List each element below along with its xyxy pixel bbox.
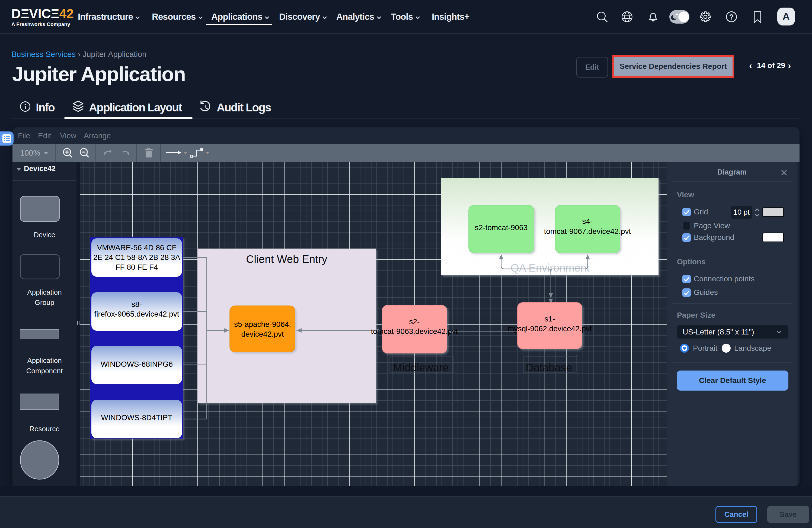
svg-text:VMWARE-56 4D 86 CF: VMWARE-56 4D 86 CF <box>97 243 176 252</box>
svg-text:mysql-9062.device42.pvt: mysql-9062.device42.pvt <box>508 325 592 333</box>
svg-text:device42.pvt: device42.pvt <box>241 330 284 338</box>
svg-text:WINDOWS-8D4TIPT: WINDOWS-8D4TIPT <box>101 413 173 422</box>
svg-text:s4-: s4- <box>582 217 593 226</box>
svg-text:?: ? <box>729 13 734 21</box>
svg-text:tomcat-9067.device42.pvt: tomcat-9067.device42.pvt <box>544 227 631 236</box>
svg-text:2E 24 C1 58-8A 2B 28 3A: 2E 24 C1 58-8A 2B 28 3A <box>93 253 180 261</box>
svg-text:QA Environment: QA Environment <box>510 262 589 274</box>
svg-text:s2-tomcat-9063: s2-tomcat-9063 <box>475 223 528 232</box>
svg-text:WINDOWS-68INPG6: WINDOWS-68INPG6 <box>101 360 173 368</box>
svg-text:s2-: s2- <box>409 317 420 326</box>
svg-text:FF 80 FE F4: FF 80 FE F4 <box>115 263 158 271</box>
svg-text:tomcat-9063.device42.pvt: tomcat-9063.device42.pvt <box>371 327 458 335</box>
svg-text:firefox-9065.device42.pvt: firefox-9065.device42.pvt <box>95 310 179 318</box>
svg-text:Middleware: Middleware <box>393 362 449 374</box>
svg-text:s5-apache-9064.: s5-apache-9064. <box>234 320 291 329</box>
svg-text:s8-: s8- <box>132 300 142 308</box>
svg-text:Database: Database <box>526 362 572 374</box>
svg-text:s1-: s1- <box>545 315 555 323</box>
svg-text:Client Web Entry: Client Web Entry <box>246 253 327 265</box>
